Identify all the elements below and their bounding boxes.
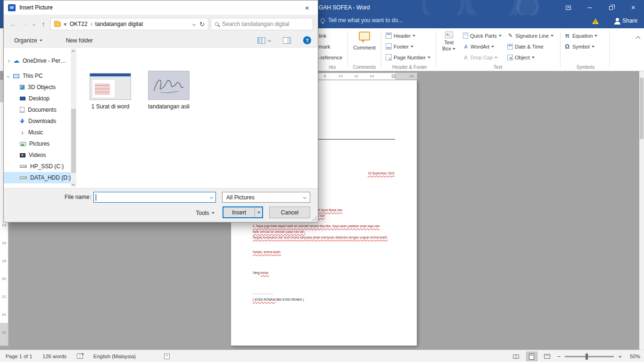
dialog-resize-grip[interactable]: [312, 216, 317, 221]
sidebar-item-pictures[interactable]: Pictures: [4, 138, 76, 149]
up-button[interactable]: ↑: [39, 20, 48, 28]
change-view-button[interactable]: [257, 37, 265, 44]
page-count[interactable]: Page 1 of 1: [6, 354, 32, 359]
recent-locations-chevron-icon[interactable]: [33, 22, 36, 25]
document-scrollbar[interactable]: [639, 71, 644, 350]
sidebar-item-drive-c[interactable]: HP_SSD (C:): [4, 161, 76, 172]
breadcrumb-overflow[interactable]: «: [64, 21, 67, 27]
sidebar-item-downloads[interactable]: Downloads: [4, 115, 76, 127]
sidebar-item-onedrive[interactable]: ☁ OneDrive - Person: [4, 55, 76, 66]
breadcrumb-separator: ›: [91, 21, 92, 27]
file-list[interactable]: 1 Surat di word tandatangan asli: [76, 48, 318, 188]
print-layout-button[interactable]: [526, 352, 537, 361]
help-button[interactable]: ?: [303, 36, 311, 44]
tell-me-box[interactable]: Tell me what you want to do...: [321, 17, 403, 24]
address-dropdown-chevron-icon[interactable]: [192, 22, 196, 25]
chevron-down-icon: [209, 196, 213, 199]
breadcrumb-current[interactable]: tandatangan digital: [95, 21, 143, 27]
preview-pane-button[interactable]: [283, 37, 291, 44]
read-mode-button[interactable]: [511, 352, 522, 361]
cancel-button[interactable]: Cancel: [269, 206, 310, 218]
organize-button[interactable]: Organize: [14, 37, 42, 44]
equation-icon: π: [564, 33, 570, 39]
restore-button[interactable]: [601, 0, 622, 15]
back-button[interactable]: ←: [8, 20, 18, 28]
bookmark-button[interactable]: mark: [319, 41, 346, 52]
new-comment-button[interactable]: Comment: [350, 28, 379, 51]
forward-button[interactable]: →: [20, 20, 30, 28]
sidebar-item-documents[interactable]: Documents: [4, 104, 76, 115]
dialog-navigation-bar: ← → ↑ « OKT22 › tandatangan digital ↻: [4, 15, 318, 33]
ruler-number: 18: [409, 74, 413, 78]
file-name-combobox[interactable]: [93, 192, 216, 203]
scrollbar-thumb[interactable]: [71, 109, 76, 173]
dialog-titlebar[interactable]: W Insert Picture ×: [4, 0, 318, 15]
ribbon-group-links: link mark -reference nks: [319, 28, 346, 71]
sidebar-item-desktop[interactable]: Desktop: [4, 93, 76, 104]
share-button[interactable]: Share: [616, 17, 637, 24]
status-indicator-icon[interactable]: [164, 354, 170, 359]
hyperlink-button[interactable]: link: [319, 30, 346, 41]
ruler-number: 14: [370, 74, 374, 78]
proofing-errors-icon[interactable]: [77, 354, 83, 359]
zoom-in-button[interactable]: +: [618, 353, 622, 360]
symbol-button[interactable]: ΩSymbol: [564, 41, 607, 52]
tools-dropdown[interactable]: Tools: [190, 208, 220, 218]
dialog-body: ☁ OneDrive - Person This PC 3D Objects D…: [4, 48, 318, 188]
address-bar[interactable]: « OKT22 › tandatangan digital ↻: [50, 18, 208, 30]
sidebar-item-drive-d[interactable]: DATA_HDD (D:): [4, 172, 76, 183]
sidebar-item-music[interactable]: ♪ Music: [4, 127, 76, 138]
sidebar-item-videos[interactable]: Videos: [4, 149, 76, 161]
file-type-select[interactable]: All Pictures: [222, 192, 310, 203]
word-count[interactable]: 126 words: [42, 354, 66, 359]
breadcrumb-folder[interactable]: OKT22: [70, 21, 88, 27]
file-name-label: 1 Surat di word: [91, 103, 130, 110]
file-item-signature-image[interactable]: tandatangan asli: [143, 71, 195, 110]
text-group-label-wrap: Text: [438, 28, 557, 71]
minimize-button[interactable]: [579, 0, 601, 15]
scroll-down-icon[interactable]: [72, 182, 75, 186]
zoom-slider-handle[interactable]: [586, 354, 588, 360]
page-number-button[interactable]: Page Number: [386, 52, 434, 63]
sidebar-scrollbar[interactable]: [71, 49, 76, 187]
ruler-number: 10: [339, 74, 343, 78]
symbols-group-label: Symbols: [564, 65, 607, 70]
web-layout-button[interactable]: [542, 352, 553, 361]
zoom-slider[interactable]: [565, 356, 614, 357]
minimize-icon: [587, 8, 592, 8]
zoom-out-button[interactable]: −: [557, 353, 561, 360]
scrollbar-thumb[interactable]: [640, 78, 644, 139]
insert-split-dropdown[interactable]: [255, 207, 262, 217]
signoff-black: Yang: [253, 271, 261, 274]
alert-icon[interactable]: [592, 18, 599, 24]
share-label: Share: [622, 17, 637, 24]
view-options-chevron-icon[interactable]: [268, 39, 271, 42]
file-name-input[interactable]: [94, 192, 207, 202]
search-box[interactable]: [211, 18, 313, 30]
zoom-percentage[interactable]: 50%: [626, 354, 640, 359]
close-window-button[interactable]: ×: [622, 0, 644, 15]
search-input[interactable]: [222, 21, 309, 27]
footer-button[interactable]: Footer: [386, 41, 434, 52]
expand-chevron-icon[interactable]: [7, 59, 10, 62]
file-name-dropdown-button[interactable]: [207, 192, 215, 202]
file-item-word-doc[interactable]: 1 Surat di word: [84, 71, 136, 110]
right-indent-marker[interactable]: [392, 74, 395, 78]
ribbon-display-options-button[interactable]: [557, 0, 579, 15]
language-indicator[interactable]: English (Malaysia): [93, 354, 136, 359]
cross-reference-button[interactable]: -reference: [319, 52, 346, 63]
cancel-button-label: Cancel: [281, 209, 298, 216]
sidebar-item-3d-objects[interactable]: 3D Objects: [4, 82, 76, 93]
dialog-close-button[interactable]: ×: [297, 0, 318, 15]
equation-button[interactable]: πEquation: [564, 30, 607, 41]
collapse-chevron-icon[interactable]: [7, 74, 10, 77]
scroll-up-icon[interactable]: [72, 50, 75, 53]
search-icon: [215, 22, 219, 26]
sidebar-item-this-pc[interactable]: This PC: [4, 70, 76, 82]
header-button[interactable]: Header: [386, 30, 434, 41]
ribbon-group-comments: Comment Comments: [350, 28, 379, 71]
new-folder-button[interactable]: New folder: [66, 37, 93, 44]
insert-button[interactable]: Insert: [223, 206, 263, 218]
refresh-icon[interactable]: ↻: [199, 21, 205, 28]
word-app-icon: W: [8, 4, 16, 11]
